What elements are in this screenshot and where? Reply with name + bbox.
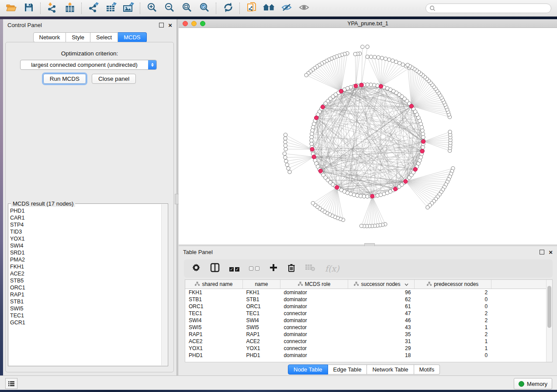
tab-network-table[interactable]: Network Table bbox=[367, 364, 414, 375]
deselect-all-button[interactable] bbox=[249, 265, 259, 272]
import-table-icon bbox=[64, 2, 76, 14]
result-node-item[interactable]: ORC1 bbox=[10, 284, 162, 291]
import-table-button[interactable] bbox=[61, 1, 79, 15]
tab-style[interactable]: Style bbox=[66, 32, 90, 42]
table-row[interactable]: YOX1YOX1connector291 bbox=[185, 345, 552, 352]
zoom-fit-button[interactable] bbox=[178, 1, 196, 15]
export-table-icon bbox=[105, 2, 117, 14]
cell-successor_nodes: 35 bbox=[348, 331, 415, 338]
cell-mcds_role: dominator bbox=[280, 352, 348, 359]
result-node-item[interactable]: FKH1 bbox=[10, 263, 162, 270]
close-panel-icon[interactable]: × bbox=[168, 23, 172, 27]
search-field[interactable] bbox=[436, 5, 551, 12]
tab-mcds[interactable]: MCDS bbox=[118, 32, 146, 42]
tab-motifs[interactable]: Motifs bbox=[414, 364, 440, 375]
export-network-button[interactable] bbox=[85, 1, 102, 15]
control-panel-tabs: NetworkStyleSelectMCDS bbox=[33, 32, 146, 42]
add-column-icon bbox=[269, 263, 278, 274]
result-list-scrollbar[interactable] bbox=[161, 204, 167, 365]
delete-column-button[interactable] bbox=[287, 263, 295, 274]
result-node-item[interactable]: CAR1 bbox=[10, 214, 162, 221]
result-node-item[interactable]: SRD1 bbox=[10, 249, 162, 256]
table-row[interactable]: FKH1FKH1dominator962 bbox=[185, 289, 552, 296]
settings-button[interactable] bbox=[192, 263, 201, 274]
zoom-selected-button[interactable] bbox=[196, 1, 213, 15]
export-image-button[interactable] bbox=[120, 1, 137, 15]
table-row[interactable]: ORC1ORC1dominator610 bbox=[185, 303, 552, 310]
column-header-shared-name[interactable]: shared name bbox=[185, 280, 242, 289]
add-column-button[interactable] bbox=[269, 263, 278, 274]
run-mcds-button[interactable]: Run MCDS bbox=[43, 74, 86, 84]
column-header-successor-nodes[interactable]: successor nodes bbox=[348, 280, 415, 289]
tab-node-table[interactable]: Node Table bbox=[288, 364, 328, 375]
search-input[interactable] bbox=[426, 3, 551, 13]
memory-label: Memory bbox=[527, 381, 547, 387]
network-titlebar[interactable]: YPA_prune.txt_1 bbox=[179, 19, 557, 28]
result-node-item[interactable]: RAP1 bbox=[10, 291, 162, 298]
table-row[interactable]: SWI5SWI5connector431 bbox=[185, 324, 552, 331]
optimization-criterion-select[interactable]: largest connected component (undirected) bbox=[20, 60, 157, 70]
table-row[interactable]: STB1STB1dominator620 bbox=[185, 296, 552, 303]
table-row[interactable]: RAP1RAP1dominator352 bbox=[185, 331, 552, 338]
result-node-item[interactable]: PHD1 bbox=[10, 207, 162, 214]
result-node-item[interactable]: STB5 bbox=[10, 277, 162, 284]
tab-network[interactable]: Network bbox=[33, 32, 66, 42]
table-tabs: Node TableEdge TableNetwork TableMotifs bbox=[288, 364, 440, 375]
close-panel-button[interactable]: Close panel bbox=[92, 74, 136, 84]
cell-mcds_role: dominator bbox=[280, 303, 348, 310]
cell-mcds_role: dominator bbox=[280, 296, 348, 303]
show-all-button[interactable] bbox=[295, 1, 313, 15]
tab-edge-table[interactable]: Edge Table bbox=[328, 364, 367, 375]
open-file-button[interactable] bbox=[3, 1, 20, 15]
result-node-item[interactable]: STP4 bbox=[10, 221, 162, 228]
delete-table-button bbox=[305, 264, 315, 273]
result-node-item[interactable]: SWI4 bbox=[10, 242, 162, 249]
zoom-out-button[interactable] bbox=[161, 1, 178, 15]
result-node-item[interactable]: SWI5 bbox=[10, 305, 162, 312]
column-header-predecessor-nodes[interactable]: predecessor nodes bbox=[414, 280, 491, 289]
hide-selected-icon bbox=[281, 3, 292, 14]
memory-button[interactable]: Memory bbox=[514, 378, 552, 389]
mcds-result-title: MCDS result (17 nodes) bbox=[11, 200, 75, 207]
refresh-network-button[interactable] bbox=[219, 1, 237, 15]
cell-name: TEC1 bbox=[242, 310, 280, 317]
show-columns-button[interactable] bbox=[210, 263, 220, 274]
select-all-button[interactable]: ✓✓ bbox=[229, 265, 239, 272]
table-scrollbar-thumb[interactable] bbox=[547, 286, 551, 328]
cell-predecessor_nodes: 0 bbox=[414, 296, 491, 303]
table-row[interactable]: ACE2ACE2connector311 bbox=[185, 338, 552, 345]
shared-column-icon bbox=[298, 281, 303, 287]
float-table-panel-icon[interactable] bbox=[540, 250, 544, 254]
tab-select[interactable]: Select bbox=[90, 32, 118, 42]
cell-successor_nodes: 96 bbox=[348, 289, 415, 296]
share-document-button[interactable] bbox=[243, 1, 260, 15]
save-session-button[interactable] bbox=[20, 1, 38, 15]
import-network-button[interactable] bbox=[44, 1, 61, 15]
first-neighbors-button[interactable] bbox=[260, 1, 278, 15]
task-history-button[interactable] bbox=[5, 378, 17, 389]
network-canvas[interactable] bbox=[179, 28, 557, 244]
cell-name: RAP1 bbox=[242, 331, 280, 338]
result-node-item[interactable]: YOX1 bbox=[10, 235, 162, 242]
search-icon bbox=[429, 5, 436, 11]
zoom-in-button[interactable] bbox=[143, 1, 161, 15]
table-row[interactable]: SWI4SWI4dominator462 bbox=[185, 317, 552, 324]
table-row[interactable]: TEC1TEC1connector472 bbox=[185, 310, 552, 317]
mcds-result-list[interactable]: PHD1CAR1STP4TID3YOX1SWI4SRD1PMA2FKH1ACE2… bbox=[10, 207, 162, 365]
result-node-item[interactable]: TID3 bbox=[10, 228, 162, 235]
result-node-item[interactable]: ACE2 bbox=[10, 270, 162, 277]
table-scrollbar[interactable] bbox=[546, 280, 552, 362]
result-node-item[interactable]: GCR1 bbox=[10, 319, 162, 326]
column-header-name[interactable]: name bbox=[242, 280, 280, 289]
result-node-item[interactable]: STB1 bbox=[10, 298, 162, 305]
table-row[interactable]: PHD1PHD1dominator180 bbox=[185, 352, 552, 359]
float-panel-icon[interactable] bbox=[159, 23, 164, 28]
result-node-item[interactable]: TEC1 bbox=[10, 312, 162, 319]
column-header-MCDS-role[interactable]: MCDS role bbox=[280, 280, 348, 289]
hide-selected-button[interactable] bbox=[278, 1, 295, 15]
network-window: YPA_prune.txt_1 bbox=[179, 19, 557, 244]
close-table-panel-icon[interactable]: × bbox=[549, 250, 553, 254]
result-node-item[interactable]: PMA2 bbox=[10, 256, 162, 263]
cell-mcds_role: connector bbox=[280, 324, 348, 331]
export-table-button[interactable] bbox=[102, 1, 120, 15]
